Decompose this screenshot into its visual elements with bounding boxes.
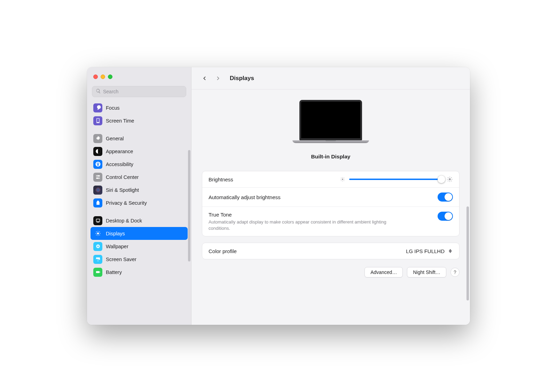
content-pane: Displays Built-in Display Brightness	[191, 67, 470, 325]
svg-point-27	[99, 246, 100, 247]
color-profile-label: Color profile	[209, 248, 406, 254]
chevron-updown-icon	[447, 248, 453, 254]
screensaver-icon	[93, 255, 102, 264]
sidebar-item-desktop-dock[interactable]: Desktop & Dock	[91, 214, 188, 227]
siri-icon	[93, 186, 102, 195]
sidebar-item-label: Screen Saver	[106, 257, 136, 262]
control-center-icon	[93, 173, 102, 182]
svg-point-45	[449, 178, 451, 180]
advanced-button[interactable]: Advanced…	[364, 267, 403, 277]
nav-back-button[interactable]	[200, 73, 210, 83]
svg-rect-3	[96, 175, 100, 177]
sidebar-item-general[interactable]: General	[91, 132, 188, 145]
sidebar-item-focus[interactable]: Focus	[91, 101, 188, 114]
color-profile-value: LG IPS FULLHD	[406, 248, 445, 254]
svg-point-23	[97, 245, 99, 247]
brightness-row: Brightness	[202, 171, 459, 187]
svg-point-13	[97, 233, 99, 235]
true-tone-toggle[interactable]	[438, 212, 453, 221]
display-name-label: Built-in Display	[311, 154, 351, 160]
sidebar-item-siri[interactable]: Siri & Spotlight	[91, 183, 188, 196]
sidebar-item-wallpaper[interactable]: Wallpaper	[91, 240, 188, 253]
sidebar-item-label: Accessibility	[106, 162, 133, 167]
sidebar-item-displays[interactable]: Displays	[91, 227, 188, 240]
svg-rect-12	[96, 222, 100, 222]
sidebar-item-appearance[interactable]: Appearance	[91, 145, 188, 158]
svg-point-28	[96, 245, 97, 245]
svg-point-25	[97, 248, 98, 249]
sidebar-item-label: Privacy & Security	[106, 200, 147, 206]
sidebar-item-label: Focus	[106, 105, 120, 111]
svg-point-30	[96, 247, 97, 248]
help-button[interactable]: ?	[450, 268, 460, 277]
sidebar-item-screen-saver[interactable]: Screen Saver	[91, 253, 188, 266]
brightness-low-icon	[339, 176, 346, 182]
svg-line-51	[451, 181, 452, 181]
svg-point-29	[99, 247, 100, 248]
close-window-button[interactable]	[93, 75, 98, 79]
svg-line-21	[99, 232, 100, 232]
window-controls	[87, 67, 191, 86]
auto-brightness-toggle[interactable]	[438, 193, 453, 202]
sidebar-item-label: Appearance	[106, 149, 133, 154]
svg-line-18	[96, 232, 96, 232]
page-title: Displays	[230, 75, 254, 82]
svg-rect-35	[100, 272, 100, 273]
sidebar-item-control-center[interactable]: Control Center	[91, 171, 188, 183]
minimize-window-button[interactable]	[101, 75, 105, 79]
displays-icon	[93, 229, 102, 238]
svg-point-24	[97, 244, 98, 245]
svg-point-9	[97, 189, 99, 191]
svg-point-7	[96, 188, 100, 192]
night-shift-button[interactable]: Night Shift…	[407, 267, 446, 277]
brightness-high-icon	[447, 176, 453, 182]
brightness-slider[interactable]	[349, 179, 443, 180]
sidebar: Focus Screen Time General	[87, 67, 191, 325]
appearance-icon	[93, 147, 102, 156]
svg-line-42	[344, 180, 344, 181]
content-header: Displays	[191, 67, 470, 89]
svg-rect-11	[96, 219, 100, 221]
content-scrollbar[interactable]	[466, 206, 469, 300]
sidebar-item-battery[interactable]: Battery	[91, 266, 188, 279]
sidebar-item-label: Battery	[106, 269, 122, 275]
sidebar-item-label: Displays	[106, 231, 125, 236]
laptop-illustration	[292, 100, 369, 149]
svg-point-6	[99, 178, 99, 179]
search-input[interactable]	[103, 89, 182, 94]
svg-line-52	[448, 181, 448, 181]
svg-line-50	[448, 177, 448, 178]
sidebar-scrollbar[interactable]	[188, 150, 190, 261]
auto-brightness-row: Automatically adjust brightness	[202, 187, 459, 206]
svg-rect-33	[97, 261, 99, 261]
svg-line-41	[341, 178, 342, 178]
wallpaper-icon	[93, 242, 102, 251]
sidebar-item-screen-time[interactable]: Screen Time	[91, 114, 188, 127]
accessibility-icon	[93, 160, 102, 169]
sidebar-item-label: Wallpaper	[106, 244, 128, 249]
color-profile-popup[interactable]: LG IPS FULLHD	[406, 248, 453, 254]
privacy-icon	[93, 198, 102, 207]
search-field[interactable]	[92, 86, 186, 97]
svg-point-31	[99, 245, 100, 245]
svg-point-26	[96, 246, 96, 247]
sidebar-list: Focus Screen Time General	[87, 101, 191, 279]
true-tone-label: True Tone	[209, 212, 438, 218]
desktop-icon	[93, 216, 102, 225]
svg-rect-34	[96, 271, 99, 273]
focus-icon	[93, 103, 102, 112]
color-profile-group: Color profile LG IPS FULLHD	[202, 243, 460, 259]
true-tone-description: Automatically adapt display to make colo…	[209, 219, 403, 231]
battery-icon	[93, 268, 102, 277]
sidebar-item-privacy[interactable]: Privacy & Security	[91, 196, 188, 209]
brightness-settings-group: Brightness	[202, 171, 460, 236]
sidebar-item-accessibility[interactable]: Accessibility	[91, 158, 188, 171]
nav-forward-button[interactable]	[213, 73, 223, 83]
color-profile-row: Color profile LG IPS FULLHD	[202, 243, 459, 259]
sidebar-item-label: Siri & Spotlight	[106, 187, 139, 193]
fullscreen-window-button[interactable]	[108, 75, 112, 79]
svg-line-44	[344, 178, 344, 178]
display-preview: Built-in Display	[202, 89, 460, 167]
svg-line-43	[341, 180, 342, 181]
svg-point-4	[96, 175, 97, 176]
